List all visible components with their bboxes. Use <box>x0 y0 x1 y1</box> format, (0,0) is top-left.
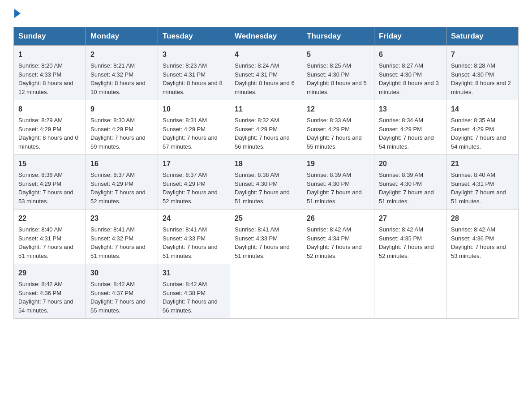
daylight-text: Daylight: 7 hours and 51 minutes. <box>235 188 297 206</box>
sunset-text: Sunset: 4:29 PM <box>18 180 81 188</box>
daylight-text: Daylight: 7 hours and 56 minutes. <box>163 297 225 315</box>
day-number: 31 <box>163 268 225 278</box>
calendar-cell: 7Sunrise: 8:28 AMSunset: 4:30 PMDaylight… <box>446 46 519 100</box>
header-monday: Monday <box>86 27 158 46</box>
week-row-4: 22Sunrise: 8:40 AMSunset: 4:31 PMDayligh… <box>14 210 519 264</box>
sunset-text: Sunset: 4:29 PM <box>90 125 153 134</box>
calendar-cell <box>374 264 446 319</box>
logo-triangle-icon <box>14 9 21 18</box>
sunset-text: Sunset: 4:29 PM <box>307 125 369 134</box>
day-number: 13 <box>379 104 442 115</box>
calendar-cell: 30Sunrise: 8:42 AMSunset: 4:37 PMDayligh… <box>86 264 158 319</box>
sunset-text: Sunset: 4:30 PM <box>379 70 442 79</box>
sunset-text: Sunset: 4:33 PM <box>18 70 81 79</box>
daylight-text: Daylight: 8 hours and 5 minutes. <box>307 79 369 96</box>
sunset-text: Sunset: 4:30 PM <box>451 70 514 79</box>
calendar-cell: 4Sunrise: 8:24 AMSunset: 4:31 PMDaylight… <box>230 46 302 100</box>
sunrise-text: Sunrise: 8:42 AM <box>163 280 225 289</box>
day-number: 22 <box>18 213 81 224</box>
calendar-cell: 31Sunrise: 8:42 AMSunset: 4:38 PMDayligh… <box>158 264 230 319</box>
calendar-body: 1Sunrise: 8:20 AMSunset: 4:33 PMDaylight… <box>14 46 519 319</box>
daylight-text: Daylight: 7 hours and 55 minutes. <box>307 133 369 151</box>
sunrise-text: Sunrise: 8:42 AM <box>379 225 442 234</box>
day-number: 26 <box>307 213 369 224</box>
calendar-cell: 28Sunrise: 8:42 AMSunset: 4:36 PMDayligh… <box>446 210 519 264</box>
calendar-cell: 8Sunrise: 8:29 AMSunset: 4:29 PMDaylight… <box>14 100 86 155</box>
sunrise-text: Sunrise: 8:35 AM <box>451 116 514 125</box>
sunrise-text: Sunrise: 8:39 AM <box>307 171 369 180</box>
sunset-text: Sunset: 4:29 PM <box>451 125 514 134</box>
sunrise-text: Sunrise: 8:30 AM <box>90 116 153 125</box>
sunrise-text: Sunrise: 8:40 AM <box>18 225 81 234</box>
daylight-text: Daylight: 7 hours and 51 minutes. <box>163 243 225 260</box>
calendar-cell: 3Sunrise: 8:23 AMSunset: 4:31 PMDaylight… <box>158 46 230 100</box>
daylight-text: Daylight: 7 hours and 54 minutes. <box>451 133 514 151</box>
day-number: 8 <box>18 104 81 115</box>
day-number: 27 <box>379 213 442 224</box>
daylight-text: Daylight: 7 hours and 56 minutes. <box>235 133 297 151</box>
sunrise-text: Sunrise: 8:20 AM <box>18 61 81 70</box>
calendar-cell: 11Sunrise: 8:32 AMSunset: 4:29 PMDayligh… <box>230 100 302 155</box>
sunset-text: Sunset: 4:29 PM <box>90 180 153 188</box>
calendar-cell: 14Sunrise: 8:35 AMSunset: 4:29 PMDayligh… <box>446 100 519 155</box>
calendar-cell: 16Sunrise: 8:37 AMSunset: 4:29 PMDayligh… <box>86 155 158 210</box>
daylight-text: Daylight: 7 hours and 51 minutes. <box>90 243 153 260</box>
calendar-cell: 24Sunrise: 8:41 AMSunset: 4:33 PMDayligh… <box>158 210 230 264</box>
week-row-2: 8Sunrise: 8:29 AMSunset: 4:29 PMDaylight… <box>14 100 519 155</box>
sunset-text: Sunset: 4:34 PM <box>307 234 369 243</box>
daylight-text: Daylight: 7 hours and 51 minutes. <box>235 243 297 260</box>
sunset-text: Sunset: 4:32 PM <box>90 70 153 79</box>
daylight-text: Daylight: 7 hours and 57 minutes. <box>163 133 225 151</box>
sunset-text: Sunset: 4:36 PM <box>451 234 514 243</box>
header-friday: Friday <box>374 27 446 46</box>
day-number: 15 <box>18 158 81 169</box>
sunrise-text: Sunrise: 8:42 AM <box>307 225 369 234</box>
daylight-text: Daylight: 7 hours and 54 minutes. <box>379 133 442 151</box>
day-number: 18 <box>235 158 297 169</box>
sunrise-text: Sunrise: 8:24 AM <box>235 61 297 70</box>
calendar-cell: 12Sunrise: 8:33 AMSunset: 4:29 PMDayligh… <box>302 100 374 155</box>
sunrise-text: Sunrise: 8:27 AM <box>379 61 442 70</box>
day-number: 4 <box>235 49 297 60</box>
sunrise-text: Sunrise: 8:33 AM <box>307 116 369 125</box>
sunrise-text: Sunrise: 8:38 AM <box>235 171 297 180</box>
sunrise-text: Sunrise: 8:36 AM <box>18 171 81 180</box>
sunrise-text: Sunrise: 8:34 AM <box>379 116 442 125</box>
sunset-text: Sunset: 4:29 PM <box>18 125 81 134</box>
calendar-cell: 23Sunrise: 8:41 AMSunset: 4:32 PMDayligh… <box>86 210 158 264</box>
calendar-cell: 25Sunrise: 8:41 AMSunset: 4:33 PMDayligh… <box>230 210 302 264</box>
calendar-cell: 2Sunrise: 8:21 AMSunset: 4:32 PMDaylight… <box>86 46 158 100</box>
calendar-cell <box>302 264 374 319</box>
sunset-text: Sunset: 4:37 PM <box>90 289 153 298</box>
daylight-text: Daylight: 7 hours and 52 minutes. <box>307 243 369 260</box>
sunset-text: Sunset: 4:30 PM <box>307 70 369 79</box>
daylight-text: Daylight: 8 hours and 0 minutes. <box>18 133 81 151</box>
sunrise-text: Sunrise: 8:41 AM <box>90 225 153 234</box>
calendar-cell: 20Sunrise: 8:39 AMSunset: 4:30 PMDayligh… <box>374 155 446 210</box>
page-header <box>13 9 519 18</box>
daylight-text: Daylight: 7 hours and 53 minutes. <box>451 243 514 260</box>
day-number: 2 <box>90 49 153 60</box>
day-number: 23 <box>90 213 153 224</box>
header-tuesday: Tuesday <box>158 27 230 46</box>
day-number: 21 <box>451 158 514 169</box>
sunrise-text: Sunrise: 8:41 AM <box>163 225 225 234</box>
daylight-text: Daylight: 7 hours and 59 minutes. <box>90 133 153 151</box>
calendar-cell: 19Sunrise: 8:39 AMSunset: 4:30 PMDayligh… <box>302 155 374 210</box>
sunrise-text: Sunrise: 8:31 AM <box>163 116 225 125</box>
sunrise-text: Sunrise: 8:28 AM <box>451 61 514 70</box>
sunrise-text: Sunrise: 8:37 AM <box>163 171 225 180</box>
sunset-text: Sunset: 4:29 PM <box>163 125 225 134</box>
sunrise-text: Sunrise: 8:37 AM <box>90 171 153 180</box>
sunrise-text: Sunrise: 8:29 AM <box>18 116 81 125</box>
daylight-text: Daylight: 8 hours and 3 minutes. <box>379 79 442 96</box>
daylight-text: Daylight: 8 hours and 12 minutes. <box>18 79 81 96</box>
day-number: 17 <box>163 158 225 169</box>
calendar-cell <box>446 264 519 319</box>
header-thursday: Thursday <box>302 27 374 46</box>
calendar-cell: 15Sunrise: 8:36 AMSunset: 4:29 PMDayligh… <box>14 155 86 210</box>
sunrise-text: Sunrise: 8:41 AM <box>235 225 297 234</box>
sunset-text: Sunset: 4:31 PM <box>18 234 81 243</box>
sunset-text: Sunset: 4:33 PM <box>235 234 297 243</box>
sunrise-text: Sunrise: 8:23 AM <box>163 61 225 70</box>
